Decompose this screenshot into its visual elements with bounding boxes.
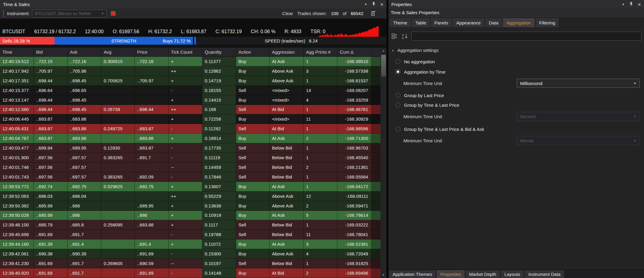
cell-bid: ..683.87: [34, 114, 68, 124]
scroll-down-icon[interactable]: ▼: [380, 272, 387, 278]
tab-table[interactable]: Table: [412, 18, 430, 27]
cell-ask: ..722.16: [68, 57, 101, 66]
bottom-tab-layouts[interactable]: Layouts: [501, 270, 524, 278]
trades-shown-count: 100: [331, 11, 339, 16]
cell-agg_prints: 2: [304, 163, 337, 172]
row-filler: [371, 182, 380, 191]
header-cell-tick[interactable]: Tick Count: [169, 48, 202, 56]
cell-qty: 0.13638: [202, 201, 236, 211]
cell-time: 12:39:48.100: [0, 220, 34, 230]
trade-row[interactable]: 12:39:44.160..691.39..691.4..691.4+0.110…: [0, 239, 380, 249]
header-cell-cum[interactable]: Cum Δ: [337, 48, 371, 56]
instrument-combobox[interactable]: BTCUSDT, Bitcoin vs Tether ▼: [32, 10, 107, 17]
cell-avg: 0.300515: [101, 57, 135, 66]
header-filler: [371, 48, 380, 56]
trade-row[interactable]: 12:40:12.560..698.44..698.450.26739..698…: [0, 105, 380, 115]
trade-row[interactable]: 12:40:15.377..696.64..696.65-0.18155Sell…: [0, 86, 380, 95]
time-unit-dropdown-1[interactable]: Millisecond ▼: [517, 79, 640, 88]
pin-icon[interactable]: [630, 2, 633, 7]
cell-aggression: At Bid: [270, 124, 304, 134]
header-cell-avg[interactable]: Avg: [101, 48, 135, 56]
trade-row[interactable]: 12:39:48.100..685.79..685.80.258095..683…: [0, 220, 380, 230]
sort-az-icon[interactable]: A Z: [401, 32, 409, 40]
tab-aggregation[interactable]: Aggregation: [503, 18, 535, 27]
properties-panel: Properties ▼ × Time & Sales Properties T…: [388, 0, 644, 278]
panel-menu-icon[interactable]: ▼: [364, 3, 367, 6]
instrument-label: Instrument:: [7, 11, 30, 16]
drag-grip-icon[interactable]: [3, 10, 4, 17]
cell-tick: -: [169, 143, 202, 153]
panel-menu-icon[interactable]: ▼: [622, 3, 625, 6]
trade-row[interactable]: 12:39:45.699..691.69..691.7-0.19788SellB…: [0, 230, 380, 239]
tab-appearance[interactable]: Appearance: [453, 18, 484, 27]
cell-ask: ..685.8: [68, 220, 101, 230]
cell-tick: +: [169, 76, 202, 86]
close-icon[interactable]: ×: [638, 2, 641, 7]
pin-icon[interactable]: [372, 2, 375, 7]
trade-row[interactable]: 12:40:17.942..705.97..705.98++0.12862Buy…: [0, 66, 380, 76]
header-cell-ask[interactable]: Ask: [68, 48, 101, 56]
trades-table-scrollbar[interactable]: ▲ ▼: [380, 48, 387, 278]
trade-row[interactable]: 12:40:13.147..698.44..698.45+0.14415Buy<…: [0, 95, 380, 105]
bottom-tab-instrument-data[interactable]: Instrument Data: [525, 270, 564, 278]
trade-row[interactable]: 12:39:50.028..685.99..686..686+0.10918Bu…: [0, 211, 380, 220]
scrollbar-thumb[interactable]: [381, 55, 386, 77]
header-cell-action[interactable]: Action: [236, 48, 270, 56]
tab-filtering[interactable]: Filtering: [535, 18, 559, 27]
tab-panels[interactable]: Panels: [431, 18, 452, 27]
header-cell-qty[interactable]: Quantity: [202, 48, 236, 56]
price-sparkline-chart: [318, 26, 379, 37]
trade-row[interactable]: 12:40:01.743..697.56..697.570.383265..69…: [0, 172, 380, 182]
radio-group-by-last-price[interactable]: Group by Last Price: [396, 92, 644, 99]
clear-button[interactable]: Clear: [282, 11, 293, 16]
trade-row[interactable]: 12:39:40.920..691.69..691.7..691.69-0.14…: [0, 268, 380, 278]
header-cell-aggression[interactable]: Aggression: [270, 48, 304, 56]
tab-data[interactable]: Data: [485, 18, 502, 27]
row-filler: [371, 230, 380, 239]
delete-trades-icon[interactable]: [371, 11, 376, 16]
trade-row[interactable]: 12:40:19.512..722.15..722.160.300515..72…: [0, 57, 380, 66]
link-channel-square[interactable]: [111, 11, 115, 16]
radio-no-aggregation[interactable]: No aggregation: [396, 58, 644, 65]
radio-icon: [396, 59, 400, 64]
tab-theme[interactable]: Theme: [390, 18, 411, 27]
header-cell-price[interactable]: Price: [135, 48, 169, 56]
header-cell-time[interactable]: Time: [0, 48, 34, 56]
scroll-up-icon[interactable]: ▲: [380, 48, 387, 54]
cell-qty: 0.11119: [202, 153, 236, 163]
time-unit-dropdown-3[interactable]: Minute ▼: [517, 136, 640, 145]
bottom-tab-market-depth[interactable]: Market Depth: [466, 270, 500, 278]
trade-row[interactable]: 12:40:01.746..697.56..697.57--0.14459Sel…: [0, 163, 380, 172]
settings-group-header[interactable]: ▲ Aggregation settings: [391, 48, 644, 53]
radio-aggregation-by-time[interactable]: Aggregation by Time: [396, 68, 644, 75]
trade-row[interactable]: 12:40:04.767..683.87..683.88..683.88+0.1…: [0, 134, 380, 143]
time-unit-dropdown-2[interactable]: Second ▼: [517, 112, 640, 121]
cell-cum: -168.52381: [337, 239, 371, 249]
cell-ask: ..705.98: [68, 66, 101, 76]
trade-row[interactable]: 12:40:05.431..683.87..683.880.248725..68…: [0, 124, 380, 134]
cell-aggression: <mixed>: [270, 95, 304, 105]
trade-row[interactable]: 12:40:06.445..683.87..683.88+0.72258Buy<…: [0, 114, 380, 124]
properties-search-input[interactable]: [411, 32, 642, 41]
trade-row[interactable]: 12:39:50.382..685.99..686..689.95+0.1363…: [0, 201, 380, 211]
trade-row[interactable]: 12:39:41.230..691.69..691.70.269605..690…: [0, 259, 380, 268]
categorized-view-icon[interactable]: [391, 32, 399, 40]
cell-ask: ..686: [68, 211, 101, 220]
radio-group-by-time-last-price[interactable]: Group by Time & Last Price: [396, 102, 644, 108]
bottom-tab-application-themes[interactable]: Application Themes: [389, 270, 436, 278]
trade-row[interactable]: 12:39:53.772..692.74..692.750.529825..69…: [0, 182, 380, 191]
trade-row[interactable]: 12:40:03.477..689.94..689.950.12830..683…: [0, 143, 380, 153]
radio-group-by-time-last-price-bid-ask[interactable]: Group by Time & Last Price & Bid & Ask: [396, 126, 644, 132]
trade-row[interactable]: 12:39:42.061..690.38..690.39..691.69-0.1…: [0, 249, 380, 259]
trade-row[interactable]: 12:40:17.351..698.44..698.450.705825..70…: [0, 76, 380, 86]
header-cell-bid[interactable]: Bid: [34, 48, 68, 56]
bottom-tab-properties[interactable]: Properties: [437, 270, 464, 278]
cell-agg_prints: 5: [304, 211, 337, 220]
buys-label: Buys 71.72 %: [163, 38, 193, 43]
trade-row[interactable]: 12:40:01.900..697.56..697.570.383265..69…: [0, 153, 380, 163]
close-icon[interactable]: ×: [380, 2, 384, 7]
trade-row[interactable]: 12:39:52.063..686.03..686.04++0.55229Buy…: [0, 191, 380, 201]
row-filler: [371, 172, 380, 182]
header-cell-agg_prints[interactable]: Agg Prints #: [304, 48, 337, 56]
cell-price: ..690.59: [135, 259, 169, 268]
